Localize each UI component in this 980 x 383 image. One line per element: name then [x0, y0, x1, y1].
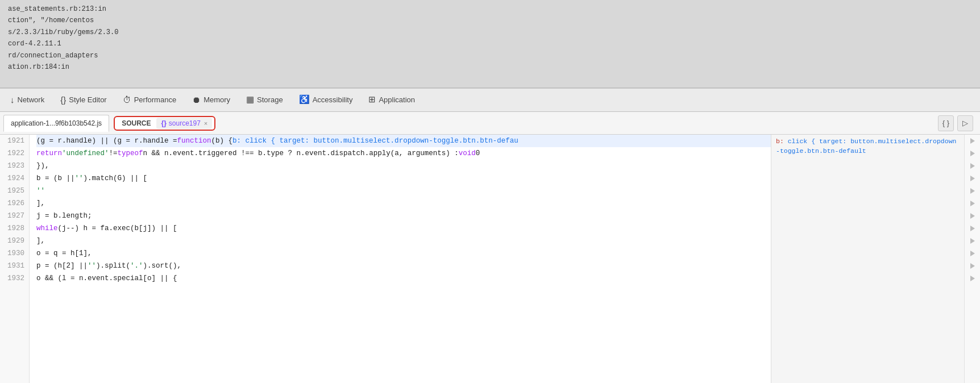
- code-line: ],: [36, 235, 771, 247]
- style-editor-icon: {}: [60, 95, 66, 105]
- expand-triangle[interactable]: [970, 263, 975, 269]
- right-cb-row: [970, 247, 975, 260]
- source-tab-name: source197: [169, 119, 201, 127]
- line-number: 1929: [5, 235, 24, 247]
- code-token: '': [88, 260, 96, 272]
- source-curly-icon: {}: [161, 119, 166, 127]
- expand-triangle[interactable]: [970, 151, 975, 156]
- tab-accessibility[interactable]: ♿ Accessibility: [291, 89, 361, 111]
- line-number: 1927: [5, 210, 24, 222]
- code-token: ],: [36, 235, 45, 247]
- code-token: '': [36, 185, 45, 197]
- expand-triangle[interactable]: [970, 213, 975, 219]
- editor-header-right: { } ▷: [938, 115, 977, 131]
- stack-trace-area: ase_statements.rb:213:in ction", "/home/…: [0, 0, 980, 88]
- tab-accessibility-label: Accessibility: [313, 95, 353, 104]
- trace-line-5: rd/connection_adapters: [8, 50, 972, 61]
- source-tab-close[interactable]: ×: [204, 120, 207, 127]
- expand-triangle[interactable]: [970, 163, 975, 169]
- network-icon: ↓: [10, 95, 15, 105]
- code-token: p = (h[2] ||: [36, 260, 88, 272]
- performance-icon: ⏱: [123, 95, 131, 105]
- expand-triangle[interactable]: [970, 226, 975, 231]
- code-line: '': [36, 185, 771, 197]
- code-line: p = (h[2] || '').split('.').sort(),: [36, 260, 771, 272]
- tab-performance[interactable]: ⏱ Performance: [115, 89, 184, 111]
- pretty-print-icon: { }: [942, 119, 949, 127]
- tooltip-text: b: click { target: button.multiselect.dr…: [776, 137, 960, 156]
- expand-triangle[interactable]: [970, 201, 975, 206]
- tab-application-label: Application: [379, 95, 415, 104]
- code-content[interactable]: (g = r.handle) || (g = r.handle = functi…: [30, 135, 771, 383]
- tab-application[interactable]: ⊞ Application: [360, 89, 423, 111]
- line-number: 1932: [5, 272, 24, 285]
- right-cb-row: [970, 222, 975, 235]
- right-cb-row: [970, 185, 975, 197]
- line-number: 1930: [5, 247, 24, 260]
- line-number: 1931: [5, 260, 24, 272]
- code-token: j = b.length;: [36, 210, 92, 222]
- editor-header: application-1...9f6b103b542.js SOURCE {}…: [0, 112, 980, 135]
- source-tab-group: SOURCE {} source197 ×: [114, 116, 215, 131]
- code-token: (b) {: [211, 135, 233, 147]
- file-tab[interactable]: application-1...9f6b103b542.js: [3, 115, 109, 132]
- line-number: 1925: [5, 185, 24, 197]
- tab-performance-label: Performance: [134, 95, 176, 104]
- expand-triangle[interactable]: [970, 238, 975, 244]
- right-checkboxes: [964, 135, 980, 383]
- right-cb-row: [970, 235, 975, 247]
- tab-network-label: Network: [18, 95, 45, 104]
- code-token: typeof: [118, 147, 143, 160]
- tab-style-editor[interactable]: {} Style Editor: [52, 89, 115, 111]
- editor-area: application-1...9f6b103b542.js SOURCE {}…: [0, 112, 980, 383]
- code-token: '.': [130, 260, 143, 272]
- right-cb-row: [970, 260, 975, 272]
- expand-triangle[interactable]: [970, 251, 975, 256]
- code-token: ],: [36, 197, 45, 210]
- expand-triangle[interactable]: [970, 276, 975, 281]
- code-token: b: click { target: button.multiselect.dr…: [232, 135, 518, 147]
- code-token: 0: [476, 147, 480, 160]
- right-cb-row: [970, 172, 975, 185]
- accessibility-icon: ♿: [299, 94, 310, 105]
- line-numbers: 1921192219231924192519261927192819291930…: [0, 135, 30, 383]
- code-token: void: [459, 147, 476, 160]
- trace-line-6: ation.rb:184:in: [8, 61, 972, 73]
- line-number: 1923: [5, 160, 24, 172]
- tab-storage[interactable]: ▦ Storage: [238, 89, 291, 111]
- expand-triangle[interactable]: [970, 138, 975, 144]
- tab-memory-label: Memory: [204, 95, 230, 104]
- line-number: 1928: [5, 222, 24, 235]
- trace-line-3: s/2.3.3/lib/ruby/gems/2.3.0: [8, 27, 972, 38]
- code-token: function: [177, 135, 211, 147]
- right-cb-row: [970, 272, 975, 285]
- source-tab-inner[interactable]: {} source197 ×: [156, 118, 212, 129]
- code-token: ).split(: [96, 260, 130, 272]
- code-token: o = q = h[1],: [36, 247, 92, 260]
- tab-network[interactable]: ↓ Network: [2, 89, 52, 111]
- run-button[interactable]: ▷: [957, 115, 973, 131]
- code-token: }),: [36, 160, 49, 172]
- right-cb-row: [970, 197, 975, 210]
- code-token: ).sort(),: [143, 260, 182, 272]
- code-token: !=: [109, 147, 118, 160]
- code-line: j = b.length;: [36, 210, 771, 222]
- code-area: 1921192219231924192519261927192819291930…: [0, 135, 980, 383]
- tooltip-key: b:: [776, 138, 788, 145]
- line-number: 1926: [5, 197, 24, 210]
- right-cb-row: [970, 210, 975, 222]
- expand-triangle[interactable]: [970, 188, 975, 194]
- tab-storage-label: Storage: [257, 95, 283, 104]
- tab-memory[interactable]: ⏺ Memory: [184, 89, 238, 111]
- pretty-print-button[interactable]: { }: [938, 115, 954, 131]
- expand-triangle[interactable]: [970, 176, 975, 181]
- trace-line-4: cord-4.2.11.1: [8, 38, 972, 49]
- code-token: n && n.event.triggered !== b.type ? n.ev…: [143, 147, 459, 160]
- code-line: while (j--) h = fa.exec(b[j]) || [: [36, 222, 771, 235]
- code-token: 'undefined': [62, 147, 109, 160]
- application-icon: ⊞: [368, 94, 376, 105]
- file-tab-label: application-1...9f6b103b542.js: [11, 119, 102, 127]
- tab-style-editor-label: Style Editor: [69, 95, 106, 104]
- code-token: return: [36, 147, 62, 160]
- memory-icon: ⏺: [192, 95, 201, 105]
